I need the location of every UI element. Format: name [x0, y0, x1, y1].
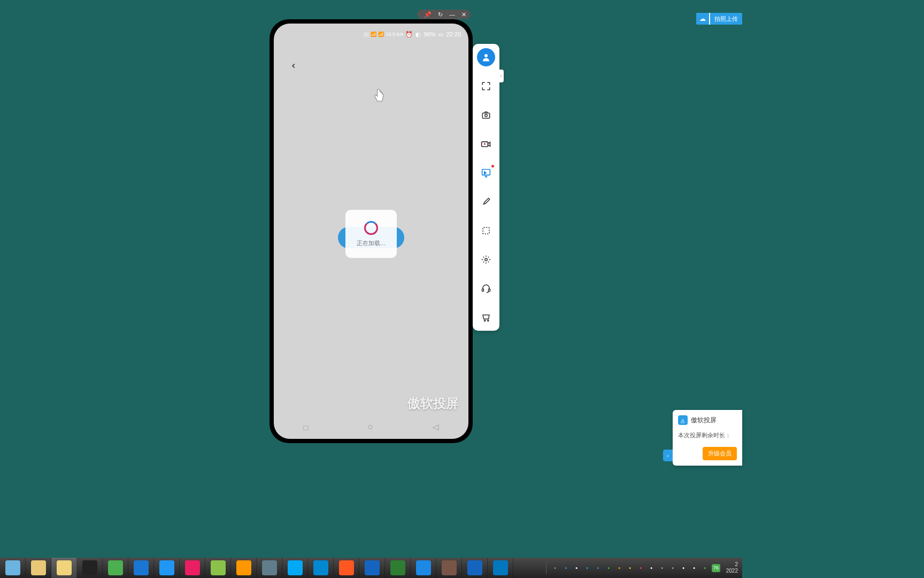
ban-icon[interactable]: • — [637, 564, 645, 572]
app-excel[interactable] — [385, 558, 411, 578]
phone-screen[interactable]: ▯▯ 📶 📶 15.5 K/s ⏰ ◐ 96% ▭ 22:20 正在加载… 傲软… — [274, 24, 468, 439]
app-apowersoft[interactable] — [488, 558, 513, 578]
app-word-icon — [467, 560, 482, 575]
svg-rect-5 — [482, 169, 490, 175]
app-firefox[interactable] — [334, 558, 359, 578]
down-icon[interactable]: • — [701, 564, 709, 572]
m-icon[interactable]: • — [562, 564, 570, 572]
brush-icon[interactable] — [477, 193, 495, 211]
app-globe-icon — [211, 560, 226, 575]
app-globe[interactable] — [205, 558, 231, 578]
toolbar-collapse-button[interactable]: ‹ — [498, 70, 504, 82]
app-logo-icon: ◬ — [678, 415, 688, 425]
sim-icon: ▯▯ — [364, 32, 369, 37]
svg-point-10 — [484, 320, 486, 321]
grid1-icon[interactable]: • — [658, 564, 666, 572]
support-icon[interactable] — [477, 279, 495, 298]
app-bird[interactable] — [359, 558, 385, 578]
app-wechat-icon — [108, 560, 123, 575]
notification-box: › ◬ 傲软投屏 本次投屏剩余时长： 升级会员 — [673, 410, 742, 466]
wifi-icon: 📶 — [378, 32, 384, 37]
shop-icon[interactable] — [477, 308, 495, 326]
crop-icon[interactable] — [477, 222, 495, 240]
cloud-upload-icon: ☁ — [696, 13, 709, 25]
back-button[interactable] — [286, 58, 302, 74]
upload-badge-label: 拍照上传 — [710, 13, 742, 25]
account-icon[interactable] — [477, 48, 495, 66]
app-browser[interactable] — [231, 558, 257, 578]
app-u-icon — [134, 560, 149, 575]
app-edge-icon — [313, 560, 328, 575]
home-button[interactable]: ○ — [367, 422, 373, 432]
app-word[interactable] — [462, 558, 488, 578]
k-icon[interactable]: • — [594, 564, 602, 572]
status-left-icons: ▯▯ 📶 📶 15.5 K/s — [364, 32, 403, 37]
notification-title: 傲软投屏 — [691, 416, 717, 425]
app-sogou[interactable] — [257, 558, 282, 578]
hand-cursor-icon — [372, 88, 387, 105]
loading-overlay: 正在加载… — [345, 210, 397, 258]
spinner-icon — [364, 221, 378, 235]
app-apowersoft-icon — [493, 560, 508, 575]
app-calc[interactable] — [26, 558, 51, 578]
taskbar-apps — [0, 558, 513, 578]
refresh-icon[interactable]: ↻ — [438, 11, 443, 18]
s-icon[interactable]: • — [551, 564, 559, 572]
app-bird-icon — [365, 560, 380, 575]
grid2-icon[interactable]: • — [669, 564, 677, 572]
cloud-icon[interactable]: • — [615, 564, 623, 572]
svg-point-0 — [484, 54, 488, 57]
upload-badge[interactable]: ☁ 拍照上传 — [696, 13, 742, 25]
upgrade-button[interactable]: 升级会员 — [703, 447, 737, 460]
app-baidu-icon — [416, 560, 431, 575]
record-icon[interactable] — [477, 135, 495, 153]
watermark: 傲软投屏 — [407, 395, 459, 412]
control-icon[interactable] — [477, 164, 495, 182]
app-explorer-icon — [57, 560, 72, 575]
circle-icon[interactable]: • — [573, 564, 581, 572]
circ2-icon[interactable]: • — [690, 564, 698, 572]
recent-apps-button[interactable]: □ — [303, 423, 308, 432]
app-ie-icon — [288, 560, 303, 575]
svg-rect-9 — [489, 289, 490, 292]
app-qq[interactable] — [77, 558, 103, 578]
taskbar-clock[interactable]: 22022 — [723, 561, 738, 574]
app-baidu[interactable] — [411, 558, 436, 578]
fullscreen-icon[interactable] — [477, 77, 495, 95]
badge-76[interactable]: 76 — [712, 564, 720, 572]
back-nav-button[interactable]: ◁ — [433, 422, 439, 432]
minimize-icon[interactable]: — — [449, 11, 455, 18]
tray-icon[interactable]: • — [680, 564, 688, 572]
pin-icon[interactable]: 📌 — [424, 11, 432, 18]
signal-icon: 📶 — [371, 32, 376, 37]
screenshot-icon[interactable] — [477, 106, 495, 124]
app-grid[interactable] — [154, 558, 180, 578]
loading-text: 正在加载… — [357, 239, 386, 247]
msg-icon[interactable]: • — [605, 564, 613, 572]
app-calc-icon — [31, 560, 46, 575]
app-ie[interactable] — [282, 558, 308, 578]
notification-collapse-button[interactable]: › — [663, 450, 673, 461]
s2-icon[interactable]: • — [626, 564, 634, 572]
vol-icon[interactable]: • — [648, 564, 656, 572]
settings-icon[interactable] — [477, 250, 495, 269]
svg-point-11 — [488, 320, 489, 321]
status-time: 22:20 — [446, 31, 461, 37]
phone-frame: ▯▯ 📶 📶 15.5 K/s ⏰ ◐ 96% ▭ 22:20 正在加载… 傲软… — [270, 19, 473, 443]
taskbar: •••••••••••••••7622022 — [0, 558, 742, 578]
app-qrcode[interactable] — [436, 558, 462, 578]
battery-icon: ▭ — [438, 31, 443, 38]
app-sogou-icon — [262, 560, 277, 575]
wifi-icon[interactable]: • — [583, 564, 591, 572]
side-toolbar — [473, 44, 499, 331]
app-explorer[interactable] — [51, 558, 77, 578]
app-u[interactable] — [128, 558, 154, 578]
app-heart[interactable] — [180, 558, 205, 578]
app-start[interactable] — [0, 558, 26, 578]
app-start-icon — [5, 560, 20, 575]
android-nav: □ ○ ◁ — [274, 415, 468, 439]
close-icon[interactable]: ✕ — [461, 11, 466, 18]
svg-rect-8 — [482, 289, 484, 292]
app-edge[interactable] — [308, 558, 334, 578]
app-wechat[interactable] — [103, 558, 128, 578]
